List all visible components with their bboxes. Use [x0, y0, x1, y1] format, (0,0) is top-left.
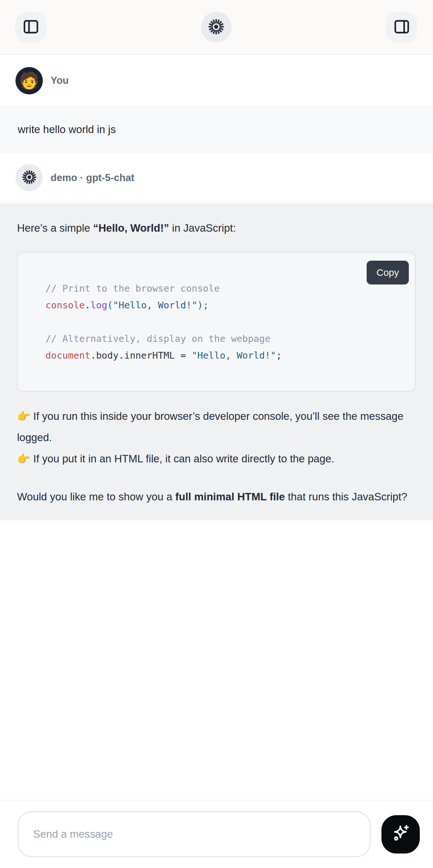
code-block: Copy // Print to the browser consolecons…	[17, 252, 415, 392]
user-author-name: You	[51, 75, 69, 86]
message-input[interactable]	[18, 811, 371, 857]
sparkle-plus-icon	[391, 824, 411, 845]
right-panel-toggle-button[interactable]	[386, 11, 417, 43]
assistant-avatar	[16, 164, 43, 191]
user-author-row: 🧑 You	[0, 55, 433, 106]
code-content: // Print to the browser consoleconsole.l…	[18, 253, 415, 364]
user-avatar: 🧑	[16, 67, 43, 94]
sidebar-toggle-button[interactable]	[15, 11, 47, 43]
assistant-author-name: demo · gpt-5-chat	[51, 172, 134, 184]
user-message: write hello world in js	[0, 106, 433, 152]
user-message-group: 🧑 You write hello world in js	[0, 55, 433, 152]
chat-app: 🧑 You write hello world in js	[0, 0, 433, 868]
assistant-intro-text: Here’s a simple “Hello, World!” in JavaS…	[17, 217, 415, 239]
user-message-text: write hello world in js	[18, 123, 116, 136]
send-button[interactable]	[381, 815, 420, 854]
starburst-icon	[21, 169, 38, 187]
assistant-author-row: demo · gpt-5-chat	[0, 152, 433, 203]
assistant-question-text: Would you like me to show you a full min…	[17, 486, 415, 507]
assistant-tips-text: 👉 If you run this inside your browser’s …	[17, 406, 415, 469]
copy-code-button[interactable]: Copy	[367, 261, 409, 284]
panel-right-icon	[393, 18, 411, 37]
assistant-message-group: demo · gpt-5-chat Here’s a simple “Hello…	[0, 152, 433, 520]
person-emoji-icon: 🧑	[19, 72, 39, 89]
assistant-message: Here’s a simple “Hello, World!” in JavaS…	[0, 203, 433, 520]
panel-left-icon	[22, 18, 40, 37]
top-bar	[0, 0, 433, 55]
composer-bar	[0, 800, 433, 868]
starburst-icon	[207, 18, 225, 37]
app-logo-button[interactable]	[201, 12, 231, 42]
